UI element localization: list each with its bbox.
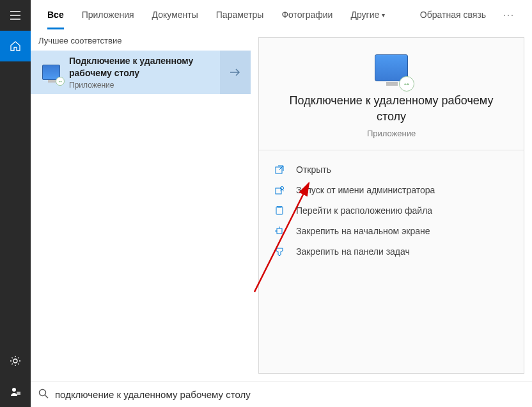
action-open-file-location[interactable]: Перейти к расположению файла <box>274 200 508 221</box>
section-title: Лучшее соответствие <box>31 29 251 51</box>
tab-photos[interactable]: Фотографии <box>275 0 339 29</box>
chevron-down-icon: ▾ <box>382 12 385 19</box>
action-label: Закрепить на панели задач <box>296 246 410 257</box>
action-pin-to-taskbar[interactable]: Закрепить на панели задач <box>274 241 508 262</box>
tab-label: Документы <box>152 10 198 20</box>
more-button[interactable]: ··· <box>496 10 522 20</box>
sidebar <box>0 0 31 407</box>
search-input[interactable] <box>55 389 524 400</box>
tab-label: Другие <box>350 10 379 20</box>
gear-icon <box>10 355 21 367</box>
arrow-right-icon <box>229 67 242 77</box>
tab-documents[interactable]: Документы <box>146 0 205 29</box>
tab-bar: Все Приложения Документы Параметры Фотог… <box>31 0 532 29</box>
details-title: Подключение к удаленному рабочему столу <box>274 93 508 125</box>
tab-apps[interactable]: Приложения <box>75 0 141 29</box>
search-icon <box>38 388 49 401</box>
tab-label: Все <box>47 10 64 20</box>
settings-button[interactable] <box>0 346 31 376</box>
svg-line-11 <box>45 395 49 398</box>
svg-rect-6 <box>276 207 283 214</box>
details-column: ↔ Подключение к удаленному рабочему стол… <box>251 29 532 381</box>
tab-more[interactable]: Другие▾ <box>344 0 391 29</box>
svg-point-1 <box>12 388 16 392</box>
folder-icon <box>274 206 285 215</box>
expand-result-button[interactable] <box>220 51 251 94</box>
user-icon <box>10 386 21 397</box>
search-bar <box>31 381 532 407</box>
pin-taskbar-icon <box>274 247 285 256</box>
svg-point-10 <box>40 389 46 395</box>
tab-settings[interactable]: Параметры <box>210 0 270 29</box>
svg-point-0 <box>13 359 17 363</box>
home-icon <box>10 40 21 52</box>
action-label: Открыть <box>296 164 331 175</box>
ellipsis-icon: ··· <box>503 10 515 20</box>
tab-label: Фотографии <box>281 10 332 20</box>
result-title: Подключение к удаленному рабочему столу <box>69 55 212 79</box>
hamburger-button[interactable] <box>0 0 31 31</box>
details-card: ↔ Подключение к удаленному рабочему стол… <box>258 37 524 374</box>
feedback-link[interactable]: Обратная связь <box>415 10 491 20</box>
action-pin-to-start[interactable]: Закрепить на начальном экране <box>274 221 508 241</box>
svg-rect-8 <box>277 228 282 234</box>
rdp-badge-icon: ↔ <box>399 76 414 92</box>
hamburger-icon <box>10 11 20 20</box>
action-label: Закрепить на начальном экране <box>296 226 430 236</box>
open-icon <box>274 165 285 174</box>
details-subtitle: Приложение <box>274 129 508 138</box>
action-label: Запуск от имени администратора <box>296 185 435 195</box>
feedback-label: Обратная связь <box>420 10 486 20</box>
admin-icon <box>274 186 285 195</box>
result-subtitle: Приложение <box>69 81 212 90</box>
actions-list: Открыть Запуск от имени администратора П… <box>259 150 524 271</box>
action-label: Перейти к расположению файла <box>296 205 432 216</box>
rdp-badge-icon: ↔ <box>56 77 65 86</box>
tab-label: Параметры <box>216 10 264 20</box>
home-button[interactable] <box>0 31 31 61</box>
results-column: Лучшее соответствие ↔ Подключение к удал… <box>31 29 251 381</box>
app-icon: ↔ <box>38 60 64 85</box>
pin-start-icon <box>274 227 285 235</box>
result-item[interactable]: ↔ Подключение к удаленному рабочему стол… <box>31 51 220 94</box>
account-button[interactable] <box>0 376 31 407</box>
app-large-icon: ↔ <box>375 54 408 84</box>
svg-rect-2 <box>17 392 20 395</box>
tab-all[interactable]: Все <box>41 0 70 29</box>
tab-label: Приложения <box>82 10 134 20</box>
action-open[interactable]: Открыть <box>274 159 508 180</box>
action-run-as-admin[interactable]: Запуск от имени администратора <box>274 180 508 200</box>
